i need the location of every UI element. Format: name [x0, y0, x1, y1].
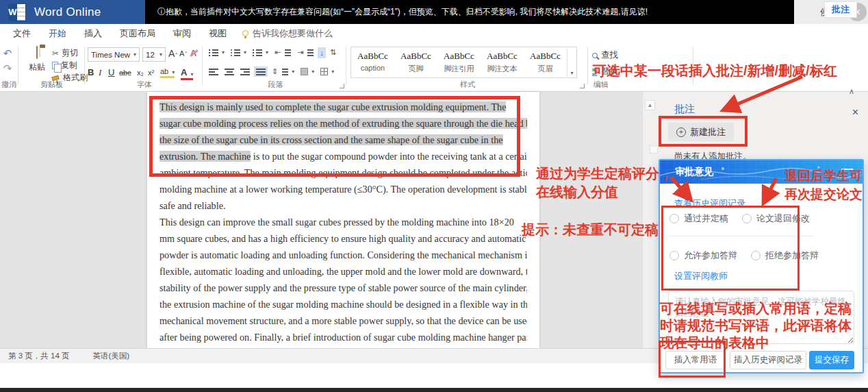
undo-icon[interactable]: ↶: [0, 48, 15, 59]
subscript-button[interactable]: x₂: [137, 69, 144, 77]
replace-icon: abac: [592, 67, 598, 77]
bullet-list-button[interactable]: ▾: [207, 47, 227, 58]
styles-group: AaBbCc caption AaBbCc 页脚 AaBbCc 脚注引用 AaB…: [349, 42, 586, 92]
approval-buttons-row: 插入常用语 插入历史评阅记录 提交保存: [660, 351, 863, 369]
radio-pass-finalize[interactable]: 通过并定稿: [669, 212, 728, 225]
style-sample: AaBbCc: [394, 51, 437, 62]
font-name-select[interactable]: Times New Roman▾: [88, 47, 140, 62]
styles-dialog-launcher-icon[interactable]: [580, 84, 585, 88]
insert-history-records-button[interactable]: 插入历史评阅记录: [730, 351, 806, 369]
plus-icon: +: [676, 127, 686, 137]
selected-text: This design is mainly used to complete t…: [159, 101, 506, 112]
styles-group-label: 样式: [349, 79, 586, 90]
justify-button[interactable]: [254, 66, 268, 77]
line-spacing-button[interactable]: ⇕▾: [270, 66, 296, 77]
bullet-list-icon: [209, 49, 218, 56]
comments-toggle-button[interactable]: 批注: [824, 1, 857, 18]
paragraph-dialog-launcher-icon[interactable]: [340, 84, 344, 88]
insert-common-phrases-button[interactable]: 插入常用语: [665, 351, 726, 369]
copy-icon: [52, 62, 58, 69]
font-size-select[interactable]: 12▾: [142, 47, 166, 62]
style-item[interactable]: AaBbCc 脚注引用: [437, 47, 481, 77]
menu-tab[interactable]: 审阅: [164, 24, 200, 42]
scroll-up-icon[interactable]: ▲: [645, 100, 655, 110]
italic-button[interactable]: I: [99, 67, 101, 78]
superscript-button[interactable]: x²: [148, 69, 154, 77]
align-right-icon: [240, 68, 250, 75]
menu-tab[interactable]: 插入: [75, 24, 111, 42]
editing-group: 查找 abac 替换 编辑: [592, 42, 691, 92]
menu-tab[interactable]: 页面布局: [111, 24, 164, 42]
find-button[interactable]: 查找: [592, 49, 618, 61]
approval-panel-title: 审批意见: [675, 166, 713, 178]
align-center-icon: [225, 68, 234, 75]
align-right-button[interactable]: [238, 66, 252, 77]
font-color-button[interactable]: A▾: [181, 67, 193, 80]
borders-button[interactable]: ▾: [318, 66, 336, 77]
close-comments-icon[interactable]: ×: [852, 107, 858, 118]
style-item[interactable]: AaBbCc 页眉: [524, 47, 567, 77]
document-line: flexible, automatic loading and unloadin…: [159, 263, 527, 280]
align-left-button[interactable]: [207, 66, 220, 77]
align-center-button[interactable]: [222, 66, 236, 77]
menu-tab[interactable]: 视图: [200, 24, 235, 42]
document-line: This design can improve the small sugar …: [159, 214, 527, 230]
tell-me[interactable]: 告诉我你想要做什么: [235, 27, 333, 40]
multilevel-list-button[interactable]: ▾: [251, 47, 270, 58]
set-reviewer-link[interactable]: 设置评阅教师: [674, 270, 728, 282]
document-line: This design is mainly used to complete t…: [159, 99, 527, 115]
styles-more-button[interactable]: ▾: [567, 47, 576, 77]
underline-button[interactable]: U: [108, 67, 114, 77]
approval-panel-header[interactable]: 审批意见 —: [660, 160, 863, 184]
document-text: This design is mainly used to complete t…: [159, 99, 527, 362]
word-online-window: W Word Online ⓘ抱歉，当前插件对中文大写数字存在兼容问题(如“一”…: [0, 0, 868, 392]
submit-save-button[interactable]: 提交保存: [809, 351, 854, 369]
document-line: sugar cube molding process relies on the…: [159, 115, 527, 132]
radio-return-revise[interactable]: 论文退回修改: [742, 212, 810, 225]
menu-tab[interactable]: 开始: [40, 24, 75, 42]
document-line: mechanical movement structure, and a mor…: [159, 313, 527, 329]
clear-formatting-button[interactable]: A: [190, 48, 196, 58]
style-item[interactable]: AaBbCc caption: [351, 47, 394, 77]
document-line: ambient temperature. The main molding eq…: [159, 164, 527, 181]
menu-tab[interactable]: 文件: [4, 24, 40, 42]
collapse-ribbon-icon[interactable]: ∧: [849, 87, 854, 96]
ribbon: ↶ ↷ 撤消 粘贴 ✂ 剪切 复制 格式刷 剪贴板: [0, 42, 868, 92]
app-title: Word Online: [34, 5, 101, 19]
strikethrough-button[interactable]: abc: [119, 69, 131, 77]
paste-button[interactable]: 粘贴: [25, 47, 49, 84]
shrink-font-button[interactable]: Aˇ: [179, 49, 187, 58]
document-page[interactable]: This design is mainly used to complete t…: [147, 92, 539, 348]
copy-button[interactable]: 复制: [52, 60, 77, 71]
increase-indent-button[interactable]: ⇥: [295, 47, 316, 58]
multilevel-list-icon: [253, 49, 262, 56]
comment-checkbox: [650, 145, 658, 154]
radio-allow-defense[interactable]: 允许参加答辩: [669, 249, 737, 262]
document-line: extrusion. The machine is to put the sug…: [159, 148, 527, 164]
highlight-color-button[interactable]: ab▾: [160, 67, 175, 78]
chevron-down-icon: ▾: [190, 71, 193, 77]
grow-font-button[interactable]: Aˆ: [168, 48, 177, 59]
sort-button[interactable]: ⇅: [328, 47, 338, 58]
style-sample: AaBbCc: [524, 51, 567, 62]
shading-button[interactable]: ▾: [298, 66, 316, 77]
decrease-indent-button[interactable]: ⇤: [272, 47, 293, 58]
style-name: 页眉: [524, 64, 567, 74]
style-item[interactable]: AaBbCc 页脚: [394, 47, 437, 77]
minimize-icon[interactable]: —: [841, 163, 853, 175]
style-item[interactable]: AaBbCc 脚注文本: [481, 47, 524, 77]
view-history-link[interactable]: 查看历史评阅记录: [674, 197, 745, 210]
approval-comment-input[interactable]: [668, 291, 854, 344]
bold-button[interactable]: B: [88, 67, 94, 77]
paste-label: 粘贴: [25, 62, 49, 73]
asian-layout-button[interactable]: ↓: [318, 47, 326, 58]
numbered-list-button[interactable]: ▾: [229, 47, 248, 58]
language-indicator[interactable]: 英语(美国): [92, 351, 129, 361]
new-comment-button[interactable]: + 新建批注: [668, 123, 734, 141]
redo-icon[interactable]: ↷: [0, 63, 15, 74]
paragraph-group-label: 段落: [205, 79, 346, 90]
cut-button[interactable]: ✂ 剪切: [52, 47, 78, 59]
word-logo-letter: W: [8, 3, 17, 21]
radio-refuse-defense[interactable]: 拒绝参加答辩: [751, 249, 819, 262]
replace-button[interactable]: abac 替换: [592, 66, 618, 77]
